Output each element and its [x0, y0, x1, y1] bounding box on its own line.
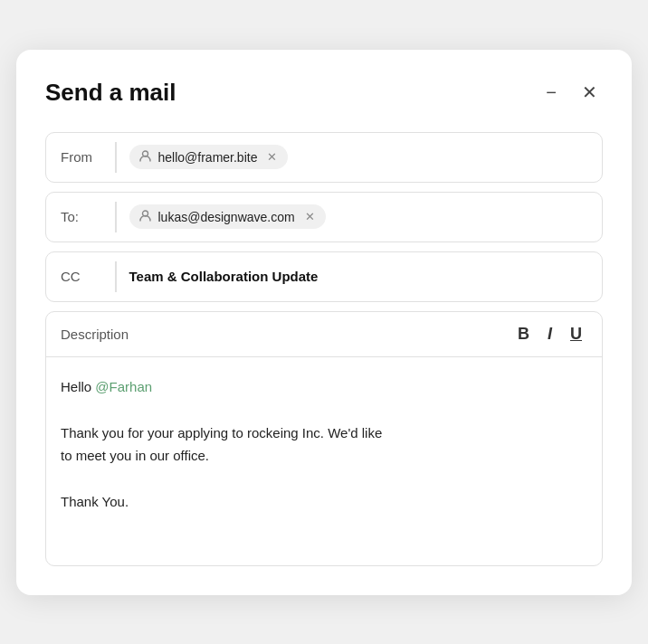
from-chip[interactable]: hello@framer.bite ✕: [129, 145, 289, 169]
from-field-row: From hello@framer.bite ✕: [45, 132, 603, 183]
greeting-line: Hello @Farhan: [61, 375, 587, 399]
from-email: hello@framer.bite: [158, 150, 258, 165]
cc-divider: [115, 261, 117, 292]
description-label: Description: [61, 327, 129, 342]
description-box: Description B I U Hello @Farhan Thank yo…: [45, 311, 603, 566]
to-chip-close[interactable]: ✕: [305, 210, 315, 223]
send-mail-modal: Send a mail − ✕ From hello@framer.bite ✕…: [16, 50, 632, 595]
close-button[interactable]: ✕: [577, 81, 603, 103]
to-label: To:: [61, 209, 115, 224]
modal-controls: − ✕: [540, 81, 603, 103]
to-email: lukas@designwave.com: [158, 210, 295, 224]
from-divider: [115, 142, 117, 173]
description-body[interactable]: Hello @Farhan Thank you for your applyin…: [46, 357, 602, 565]
toolbar-buttons: B I U: [512, 323, 587, 346]
description-toolbar: Description B I U: [46, 312, 602, 357]
from-user-icon: [138, 149, 152, 165]
cc-label: CC: [61, 269, 115, 284]
from-chip-close[interactable]: ✕: [267, 150, 277, 164]
to-user-icon: [138, 209, 152, 224]
cc-field-row: CC Team & Collaboration Update: [45, 251, 603, 302]
sign-off: Thank You.: [61, 490, 587, 514]
mention-farhan: @Farhan: [95, 379, 152, 394]
underline-button[interactable]: U: [565, 323, 587, 346]
cc-value[interactable]: Team & Collaboration Update: [129, 269, 319, 284]
bold-button[interactable]: B: [512, 323, 535, 346]
modal-title: Send a mail: [45, 79, 176, 107]
italic-button[interactable]: I: [542, 323, 557, 346]
to-field-row: To: lukas@designwave.com ✕: [45, 192, 603, 242]
from-label: From: [61, 149, 115, 165]
minimize-button[interactable]: −: [540, 81, 562, 103]
body-line1: Thank you for your applying to rockeing …: [61, 421, 587, 445]
to-chip[interactable]: lukas@designwave.com ✕: [129, 204, 326, 229]
to-divider: [115, 202, 117, 232]
greeting-text: Hello: [61, 379, 95, 394]
body-line2: to meet you in our office.: [61, 444, 587, 468]
modal-header: Send a mail − ✕: [45, 79, 603, 107]
